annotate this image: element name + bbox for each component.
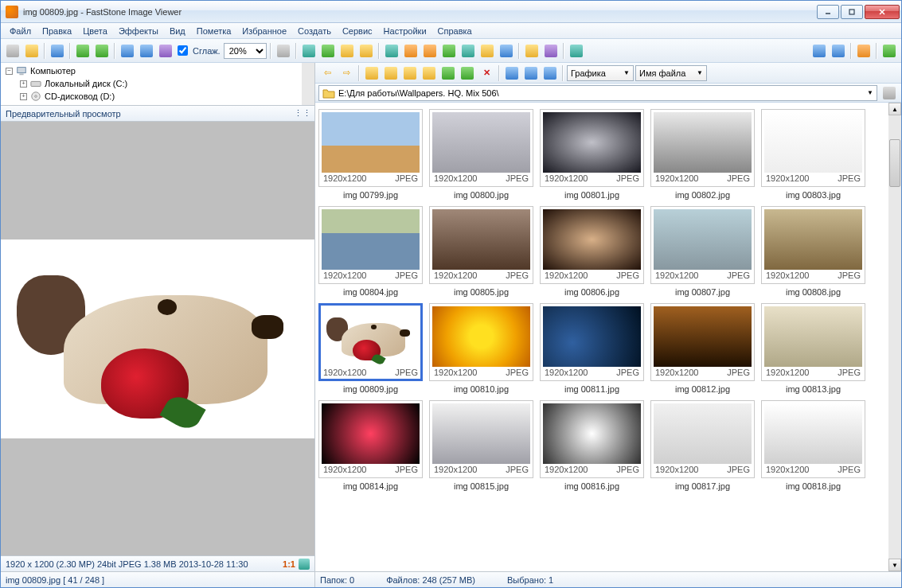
histogram-icon[interactable] — [299, 559, 310, 570]
thumb-card[interactable]: 1920x1200JPEGimg 00814.jpg — [318, 400, 423, 491]
thumb-card[interactable]: 1920x1200JPEGimg 00816.jpg — [540, 400, 644, 491]
detailview-icon[interactable] — [541, 64, 559, 82]
scroll-up-icon[interactable]: ▲ — [888, 103, 901, 115]
menu-справка[interactable]: Справка — [432, 25, 478, 37]
menu-цвета[interactable]: Цвета — [77, 25, 113, 37]
save-as-icon[interactable] — [23, 42, 41, 60]
menu-правка[interactable]: Правка — [37, 25, 77, 37]
menu-вид[interactable]: Вид — [164, 25, 191, 37]
menu-эффекты[interactable]: Эффекты — [113, 25, 164, 37]
sort-combo[interactable]: Имя файла▼ — [635, 65, 707, 81]
thumb-frame[interactable]: 1920x1200JPEG — [761, 206, 865, 284]
rotate-right-icon[interactable] — [440, 42, 458, 60]
tree-scrollbar[interactable] — [302, 63, 314, 105]
adjust-icon[interactable] — [402, 42, 420, 60]
thumb-frame[interactable]: 1920x1200JPEG — [540, 303, 644, 381]
thumb-frame[interactable]: 1920x1200JPEG — [761, 109, 865, 187]
thumb-frame[interactable]: 1920x1200JPEG — [318, 109, 423, 187]
thumb-frame[interactable]: 1920x1200JPEG — [429, 303, 533, 381]
copy-to-icon[interactable] — [439, 64, 457, 82]
thumbview-icon[interactable] — [503, 64, 521, 82]
wallpaper-icon[interactable] — [498, 42, 515, 60]
thumb-frame[interactable]: 1920x1200JPEG — [318, 206, 423, 284]
maximize-button[interactable] — [841, 5, 863, 19]
email-icon[interactable] — [523, 42, 541, 60]
thumb-card[interactable]: 1920x1200JPEGimg 00805.jpg — [429, 206, 533, 297]
acquire-icon[interactable] — [4, 42, 21, 60]
thumb-card[interactable]: 1920x1200JPEGimg 00815.jpg — [429, 400, 533, 491]
collapse-icon[interactable]: − — [6, 68, 13, 75]
new-folder-icon[interactable] — [401, 64, 419, 82]
expand-icon[interactable]: + — [20, 80, 27, 88]
thumb-frame[interactable]: 1920x1200JPEG — [429, 400, 533, 478]
zoom-combo[interactable]: 20% — [224, 43, 267, 59]
flip-h-icon[interactable] — [459, 42, 477, 60]
favorite-icon[interactable] — [420, 64, 438, 82]
compare-icon[interactable] — [319, 42, 337, 60]
back-icon[interactable]: ⇦ — [318, 64, 336, 82]
menu-создать[interactable]: Создать — [292, 25, 337, 37]
thumb-frame[interactable]: 1920x1200JPEG — [650, 206, 755, 284]
thumb-card[interactable]: 1920x1200JPEGimg 00809.jpg — [318, 303, 423, 394]
delete-icon[interactable]: ✕ — [478, 64, 495, 82]
crop-icon[interactable] — [357, 42, 375, 60]
scroll-thumb[interactable] — [889, 139, 900, 187]
thumb-frame[interactable]: 1920x1200JPEG — [650, 109, 755, 187]
fullscreen-icon[interactable] — [855, 42, 873, 60]
address-field[interactable]: E:\Для работы\Wallpapers. HQ. Mix 506\ ▼ — [318, 85, 877, 101]
thumb-frame[interactable]: 1920x1200JPEG — [429, 109, 533, 187]
preview-pane[interactable] — [1, 122, 314, 555]
slideshow-icon[interactable] — [300, 42, 318, 60]
thumb-card[interactable]: 1920x1200JPEGimg 00801.jpg — [540, 109, 644, 200]
thumb-frame[interactable]: 1920x1200JPEG — [540, 400, 644, 478]
thumb-frame[interactable]: 1920x1200JPEG — [318, 400, 423, 478]
rotate-left-icon[interactable] — [421, 42, 439, 60]
thumb-frame[interactable]: 1920x1200JPEG — [650, 400, 755, 478]
thumb-card[interactable]: 1920x1200JPEGimg 00804.jpg — [318, 206, 423, 297]
redo-icon[interactable] — [93, 42, 111, 60]
resize-icon[interactable] — [383, 42, 400, 60]
print-icon[interactable] — [542, 42, 560, 60]
browser-scrollbar[interactable]: ▲ ▼ — [888, 103, 901, 571]
scroll-down-icon[interactable]: ▼ — [888, 559, 901, 571]
tree-drive-d[interactable]: + CD-дисковод (D:) — [2, 90, 313, 103]
zoom-fit-icon[interactable] — [157, 42, 174, 60]
move-to-icon[interactable] — [459, 64, 476, 82]
view-list-icon[interactable] — [830, 42, 847, 60]
expand-icon[interactable]: + — [20, 93, 27, 100]
tree-root[interactable]: − Компьютер — [2, 64, 313, 77]
thumb-frame[interactable]: 1920x1200JPEG — [761, 303, 865, 381]
thumb-frame[interactable]: 1920x1200JPEG — [761, 400, 865, 478]
thumb-frame[interactable]: 1920x1200JPEG — [650, 303, 755, 381]
thumb-card[interactable]: 1920x1200JPEGimg 00817.jpg — [650, 400, 755, 491]
listview-icon[interactable] — [522, 64, 540, 82]
thumb-card[interactable]: 1920x1200JPEGimg 00802.jpg — [650, 109, 755, 200]
thumb-card[interactable]: 1920x1200JPEGimg 00807.jpg — [650, 206, 755, 297]
flip-v-icon[interactable] — [478, 42, 496, 60]
recycle-icon[interactable] — [881, 84, 898, 102]
thumb-card[interactable]: 1920x1200JPEGimg 00806.jpg — [540, 206, 644, 297]
tree-drive-c[interactable]: + Локальный диск (C:) — [2, 77, 313, 90]
refresh-icon[interactable] — [382, 64, 400, 82]
thumb-card[interactable]: 1920x1200JPEGimg 00803.jpg — [761, 109, 865, 200]
thumb-frame[interactable]: 1920x1200JPEG — [318, 303, 423, 381]
settings-icon[interactable] — [568, 42, 585, 60]
dropdown-icon[interactable]: ▼ — [867, 89, 873, 96]
menu-файл[interactable]: Файл — [4, 25, 37, 37]
thumb-card[interactable]: 1920x1200JPEGimg 00799.jpg — [318, 109, 423, 200]
close-button[interactable] — [865, 5, 900, 19]
thumb-card[interactable]: 1920x1200JPEGimg 00818.jpg — [761, 400, 865, 491]
undo-icon[interactable] — [74, 42, 92, 60]
forward-icon[interactable]: ⇨ — [338, 64, 355, 82]
thumb-frame[interactable]: 1920x1200JPEG — [540, 206, 644, 284]
thumb-card[interactable]: 1920x1200JPEGimg 00800.jpg — [429, 109, 533, 200]
grip-icon[interactable]: ⋮⋮ — [294, 108, 311, 119]
smooth-checkbox[interactable] — [178, 45, 188, 56]
thumb-frame[interactable]: 1920x1200JPEG — [429, 206, 533, 284]
thumb-card[interactable]: 1920x1200JPEGimg 00810.jpg — [429, 303, 533, 394]
zoom-out-icon[interactable] — [138, 42, 155, 60]
thumb-card[interactable]: 1920x1200JPEGimg 00812.jpg — [650, 303, 755, 394]
up-icon[interactable] — [363, 64, 381, 82]
view-mode-combo[interactable]: Графика▼ — [567, 65, 634, 81]
menu-избранное[interactable]: Избранное — [236, 25, 292, 37]
